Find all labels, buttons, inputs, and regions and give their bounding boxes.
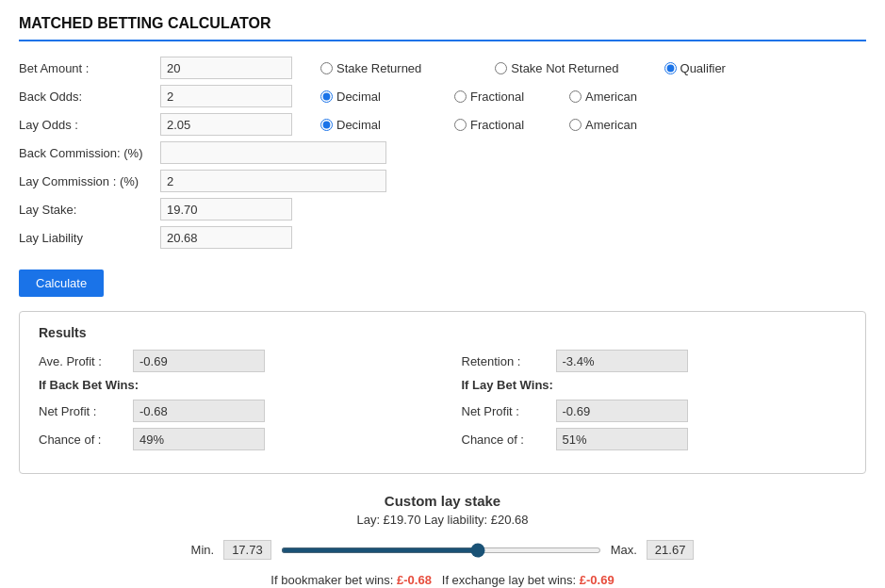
- max-value: 21.67: [647, 540, 695, 560]
- american-label-2: American: [585, 118, 637, 132]
- back-net-profit-value: -0.68: [133, 400, 265, 422]
- lay-liability-input[interactable]: [160, 226, 292, 249]
- results-left-col: Ave. Profit : -0.69 If Back Bet Wins: Ne…: [39, 350, 424, 456]
- max-label: Max.: [611, 543, 637, 557]
- calculator-form: Bet Amount : Stake Returned Stake Not Re…: [19, 57, 866, 249]
- lay-odds-input[interactable]: [160, 113, 292, 136]
- decimal-option-2[interactable]: Decimal: [320, 118, 381, 132]
- qualifier-label: Qualifier: [680, 61, 726, 75]
- american-label-1: American: [585, 90, 637, 104]
- retention-label: Retention :: [462, 354, 556, 368]
- american-option-1[interactable]: American: [569, 90, 637, 104]
- lay-chance-value: 51%: [556, 428, 688, 450]
- back-odds-row: Back Odds: Decimal Fractional American: [19, 85, 866, 107]
- fractional-radio-2[interactable]: [454, 119, 467, 131]
- qualifier-radio[interactable]: [664, 62, 677, 74]
- fractional-radio-1[interactable]: [454, 90, 467, 103]
- min-value: 17.73: [223, 540, 271, 560]
- qualifier-option[interactable]: Qualifier: [664, 61, 726, 75]
- back-net-profit-label: Net Profit :: [39, 404, 133, 418]
- lay-odds-row: Lay Odds : Decimal Fractional American: [19, 113, 866, 136]
- results-right-col: Retention : -3.4% If Lay Bet Wins: Net P…: [462, 350, 847, 456]
- decimal-label-2: Decimal: [336, 118, 381, 132]
- calculate-button[interactable]: Calculate: [19, 270, 104, 297]
- bottom-message: If bookmaker bet wins: £-0.68 If exchang…: [38, 573, 847, 587]
- stake-not-returned-label: Stake Not Returned: [511, 61, 618, 75]
- fractional-label-1: Fractional: [470, 90, 524, 104]
- min-label: Min.: [191, 543, 215, 557]
- stake-returned-label: Stake Returned: [336, 61, 421, 75]
- retention-row: Retention : -3.4%: [462, 350, 847, 372]
- decimal-radio-2[interactable]: [320, 119, 333, 131]
- stake-returned-option[interactable]: Stake Returned: [320, 61, 421, 75]
- results-box: Results Ave. Profit : -0.69 If Back Bet …: [19, 311, 866, 474]
- retention-value: -3.4%: [556, 350, 688, 372]
- stake-not-returned-radio[interactable]: [495, 62, 507, 74]
- back-commission-label: Back Commission: (%): [19, 146, 160, 160]
- lay-liability-row: Lay Liability: [19, 226, 866, 249]
- american-option-2[interactable]: American: [569, 118, 637, 132]
- bet-amount-row: Bet Amount : Stake Returned Stake Not Re…: [19, 57, 866, 79]
- decimal-radio-1[interactable]: [320, 90, 333, 103]
- bet-amount-input[interactable]: [160, 57, 292, 79]
- fractional-option-2[interactable]: Fractional: [454, 118, 524, 132]
- lay-chance-row: Chance of : 51%: [462, 428, 847, 450]
- lay-commission-input[interactable]: [160, 170, 386, 192]
- custom-lay-section: Custom lay stake Lay: £19.70 Lay liabili…: [19, 493, 866, 587]
- lay-liability-label: Lay Liability: [19, 231, 160, 245]
- back-commission-input[interactable]: [160, 141, 386, 164]
- american-radio-2[interactable]: [569, 119, 582, 131]
- lay-commission-row: Lay Commission : (%): [19, 170, 866, 192]
- lay-net-profit-label: Net Profit :: [462, 404, 556, 418]
- lay-stake-input[interactable]: [160, 198, 292, 220]
- lay-net-profit-value: -0.69: [556, 400, 688, 422]
- ave-profit-value: -0.69: [133, 350, 265, 372]
- back-net-profit-row: Net Profit : -0.68: [39, 400, 424, 422]
- bet-amount-label: Bet Amount :: [19, 61, 160, 75]
- bottom-value-2: £-0.69: [580, 573, 615, 587]
- lay-chance-label: Chance of :: [462, 433, 556, 447]
- results-grid: Ave. Profit : -0.69 If Back Bet Wins: Ne…: [39, 350, 846, 456]
- back-wins-title: If Back Bet Wins:: [39, 378, 424, 392]
- bottom-value-1: £-0.68: [397, 573, 432, 587]
- ave-profit-row: Ave. Profit : -0.69: [39, 350, 424, 372]
- lay-stake-row: Lay Stake:: [19, 198, 866, 220]
- decimal-option-1[interactable]: Decimal: [320, 90, 381, 104]
- title-divider: [19, 40, 866, 41]
- lay-odds-label: Lay Odds :: [19, 118, 160, 132]
- back-commission-row: Back Commission: (%): [19, 141, 866, 164]
- back-odds-input[interactable]: [160, 85, 292, 107]
- bottom-text-prefix: If bookmaker bet wins:: [270, 573, 393, 587]
- back-chance-row: Chance of : 49%: [39, 428, 424, 450]
- lay-stake-slider[interactable]: [281, 547, 601, 553]
- results-title: Results: [39, 325, 846, 340]
- fractional-label-2: Fractional: [470, 118, 524, 132]
- decimal-label-1: Decimal: [336, 90, 381, 104]
- back-chance-value: 49%: [133, 428, 265, 450]
- lay-net-profit-row: Net Profit : -0.69: [462, 400, 847, 422]
- bottom-text-middle: If exchange lay bet wins:: [442, 573, 576, 587]
- slider-row: Min. 17.73 Max. 21.67: [38, 540, 847, 560]
- stake-not-returned-option[interactable]: Stake Not Returned: [495, 61, 618, 75]
- custom-lay-subtitle: Lay: £19.70 Lay liability: £20.68: [38, 513, 847, 527]
- lay-commission-label: Lay Commission : (%): [19, 174, 160, 188]
- lay-stake-label: Lay Stake:: [19, 203, 160, 217]
- back-chance-label: Chance of :: [39, 433, 133, 447]
- fractional-option-1[interactable]: Fractional: [454, 90, 524, 104]
- lay-wins-title: If Lay Bet Wins:: [462, 378, 847, 392]
- back-odds-label: Back Odds:: [19, 90, 160, 104]
- page-title: MATCHED BETTING CALCULATOR: [19, 15, 866, 32]
- ave-profit-label: Ave. Profit :: [39, 354, 133, 368]
- custom-lay-title: Custom lay stake: [38, 493, 847, 509]
- stake-returned-radio[interactable]: [320, 62, 333, 74]
- american-radio-1[interactable]: [569, 90, 582, 103]
